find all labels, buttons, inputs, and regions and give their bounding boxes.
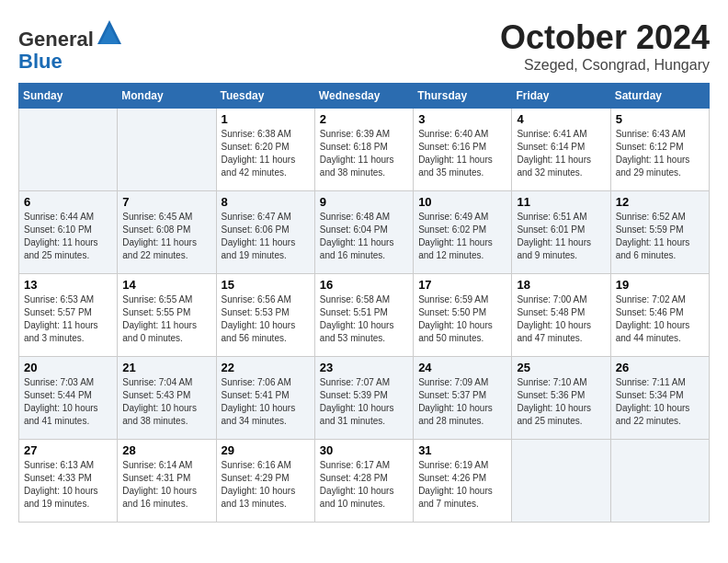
day-info: Sunrise: 6:43 AM Sunset: 6:12 PM Dayligh… bbox=[616, 128, 704, 179]
table-row: 12Sunrise: 6:52 AM Sunset: 5:59 PM Dayli… bbox=[610, 191, 709, 274]
logo-general: General bbox=[18, 28, 94, 51]
day-info: Sunrise: 6:16 AM Sunset: 4:29 PM Dayligh… bbox=[222, 459, 310, 511]
table-row: 21Sunrise: 7:04 AM Sunset: 5:43 PM Dayli… bbox=[118, 357, 216, 440]
col-saturday: Saturday bbox=[610, 84, 709, 109]
table-row: 7Sunrise: 6:45 AM Sunset: 6:08 PM Daylig… bbox=[118, 191, 216, 274]
day-number: 1 bbox=[222, 112, 310, 126]
day-number: 31 bbox=[418, 443, 506, 457]
col-wednesday: Wednesday bbox=[314, 84, 413, 109]
table-row bbox=[610, 440, 709, 523]
table-row: 9Sunrise: 6:48 AM Sunset: 6:04 PM Daylig… bbox=[314, 191, 413, 274]
table-row: 22Sunrise: 7:06 AM Sunset: 5:41 PM Dayli… bbox=[216, 357, 314, 440]
day-number: 24 bbox=[418, 361, 506, 374]
table-row bbox=[118, 109, 216, 191]
day-info: Sunrise: 6:56 AM Sunset: 5:53 PM Dayligh… bbox=[222, 293, 310, 345]
calendar-table: Sunday Monday Tuesday Wednesday Thursday… bbox=[18, 83, 710, 523]
page-header: General Blue October 2024 Szeged, Csongr… bbox=[18, 18, 710, 74]
day-number: 10 bbox=[418, 195, 506, 209]
table-row: 25Sunrise: 7:10 AM Sunset: 5:36 PM Dayli… bbox=[512, 357, 610, 440]
table-row bbox=[512, 440, 610, 523]
table-row: 1Sunrise: 6:38 AM Sunset: 6:20 PM Daylig… bbox=[216, 109, 314, 191]
calendar-header-row: Sunday Monday Tuesday Wednesday Thursday… bbox=[19, 84, 710, 109]
col-thursday: Thursday bbox=[414, 84, 512, 109]
day-info: Sunrise: 7:02 AM Sunset: 5:46 PM Dayligh… bbox=[616, 293, 704, 345]
day-number: 16 bbox=[320, 278, 408, 292]
day-number: 15 bbox=[222, 278, 310, 292]
day-info: Sunrise: 6:47 AM Sunset: 6:06 PM Dayligh… bbox=[222, 211, 310, 262]
table-row: 13Sunrise: 6:53 AM Sunset: 5:57 PM Dayli… bbox=[19, 274, 118, 357]
table-row: 20Sunrise: 7:03 AM Sunset: 5:44 PM Dayli… bbox=[19, 357, 118, 440]
table-row: 10Sunrise: 6:49 AM Sunset: 6:02 PM Dayli… bbox=[414, 191, 512, 274]
table-row: 17Sunrise: 6:59 AM Sunset: 5:50 PM Dayli… bbox=[414, 274, 512, 357]
day-info: Sunrise: 6:59 AM Sunset: 5:50 PM Dayligh… bbox=[418, 293, 506, 345]
table-row: 29Sunrise: 6:16 AM Sunset: 4:29 PM Dayli… bbox=[216, 440, 314, 523]
day-info: Sunrise: 7:03 AM Sunset: 5:44 PM Dayligh… bbox=[24, 376, 112, 428]
table-row: 23Sunrise: 7:07 AM Sunset: 5:39 PM Dayli… bbox=[314, 357, 413, 440]
day-info: Sunrise: 7:00 AM Sunset: 5:48 PM Dayligh… bbox=[517, 293, 605, 345]
day-info: Sunrise: 6:55 AM Sunset: 5:55 PM Dayligh… bbox=[122, 293, 210, 345]
day-number: 30 bbox=[320, 443, 408, 457]
location-title: Szeged, Csongrad, Hungary bbox=[500, 57, 710, 74]
day-number: 26 bbox=[616, 361, 704, 374]
table-row: 16Sunrise: 6:58 AM Sunset: 5:51 PM Dayli… bbox=[314, 274, 413, 357]
day-info: Sunrise: 7:11 AM Sunset: 5:34 PM Dayligh… bbox=[616, 376, 704, 428]
day-number: 17 bbox=[418, 278, 506, 292]
table-row: 6Sunrise: 6:44 AM Sunset: 6:10 PM Daylig… bbox=[19, 191, 118, 274]
table-row: 8Sunrise: 6:47 AM Sunset: 6:06 PM Daylig… bbox=[216, 191, 314, 274]
table-row: 31Sunrise: 6:19 AM Sunset: 4:26 PM Dayli… bbox=[414, 440, 512, 523]
day-info: Sunrise: 6:40 AM Sunset: 6:16 PM Dayligh… bbox=[418, 128, 506, 179]
day-number: 28 bbox=[122, 443, 210, 457]
day-info: Sunrise: 7:07 AM Sunset: 5:39 PM Dayligh… bbox=[320, 376, 408, 428]
table-row: 30Sunrise: 6:17 AM Sunset: 4:28 PM Dayli… bbox=[314, 440, 413, 523]
table-row: 14Sunrise: 6:55 AM Sunset: 5:55 PM Dayli… bbox=[118, 274, 216, 357]
day-info: Sunrise: 7:09 AM Sunset: 5:37 PM Dayligh… bbox=[418, 376, 506, 428]
day-number: 22 bbox=[222, 361, 310, 374]
calendar-week-row: 27Sunrise: 6:13 AM Sunset: 4:33 PM Dayli… bbox=[19, 440, 710, 523]
day-info: Sunrise: 6:48 AM Sunset: 6:04 PM Dayligh… bbox=[320, 211, 408, 262]
day-info: Sunrise: 7:06 AM Sunset: 5:41 PM Dayligh… bbox=[222, 376, 310, 428]
table-row: 18Sunrise: 7:00 AM Sunset: 5:48 PM Dayli… bbox=[512, 274, 610, 357]
table-row: 2Sunrise: 6:39 AM Sunset: 6:18 PM Daylig… bbox=[314, 109, 413, 191]
day-number: 20 bbox=[24, 361, 112, 374]
day-number: 4 bbox=[517, 112, 605, 126]
table-row: 4Sunrise: 6:41 AM Sunset: 6:14 PM Daylig… bbox=[512, 109, 610, 191]
day-number: 21 bbox=[122, 361, 210, 374]
day-info: Sunrise: 6:17 AM Sunset: 4:28 PM Dayligh… bbox=[320, 459, 408, 511]
day-number: 13 bbox=[24, 278, 112, 292]
day-number: 8 bbox=[222, 195, 310, 209]
col-sunday: Sunday bbox=[19, 84, 118, 109]
day-info: Sunrise: 6:13 AM Sunset: 4:33 PM Dayligh… bbox=[24, 459, 112, 511]
table-row: 15Sunrise: 6:56 AM Sunset: 5:53 PM Dayli… bbox=[216, 274, 314, 357]
day-number: 5 bbox=[616, 112, 704, 126]
day-number: 11 bbox=[517, 195, 605, 209]
day-number: 2 bbox=[320, 112, 408, 126]
table-row: 27Sunrise: 6:13 AM Sunset: 4:33 PM Dayli… bbox=[19, 440, 118, 523]
table-row: 11Sunrise: 6:51 AM Sunset: 6:01 PM Dayli… bbox=[512, 191, 610, 274]
day-number: 29 bbox=[222, 443, 310, 457]
day-number: 9 bbox=[320, 195, 408, 209]
day-number: 7 bbox=[122, 195, 210, 209]
logo-blue: Blue bbox=[18, 50, 63, 73]
day-info: Sunrise: 6:53 AM Sunset: 5:57 PM Dayligh… bbox=[24, 293, 112, 345]
day-info: Sunrise: 6:51 AM Sunset: 6:01 PM Dayligh… bbox=[517, 211, 605, 262]
table-row: 24Sunrise: 7:09 AM Sunset: 5:37 PM Dayli… bbox=[414, 357, 512, 440]
day-number: 6 bbox=[24, 195, 112, 209]
table-row: 5Sunrise: 6:43 AM Sunset: 6:12 PM Daylig… bbox=[610, 109, 709, 191]
col-monday: Monday bbox=[118, 84, 216, 109]
day-number: 12 bbox=[616, 195, 704, 209]
day-number: 3 bbox=[418, 112, 506, 126]
day-number: 23 bbox=[320, 361, 408, 374]
day-info: Sunrise: 6:39 AM Sunset: 6:18 PM Dayligh… bbox=[320, 128, 408, 179]
title-block: October 2024 Szeged, Csongrad, Hungary bbox=[500, 18, 710, 74]
table-row bbox=[19, 109, 118, 191]
table-row: 26Sunrise: 7:11 AM Sunset: 5:34 PM Dayli… bbox=[610, 357, 709, 440]
calendar-week-row: 6Sunrise: 6:44 AM Sunset: 6:10 PM Daylig… bbox=[19, 191, 710, 274]
calendar-week-row: 1Sunrise: 6:38 AM Sunset: 6:20 PM Daylig… bbox=[19, 109, 710, 191]
day-number: 14 bbox=[122, 278, 210, 292]
day-info: Sunrise: 6:38 AM Sunset: 6:20 PM Dayligh… bbox=[222, 128, 310, 179]
calendar-week-row: 13Sunrise: 6:53 AM Sunset: 5:57 PM Dayli… bbox=[19, 274, 710, 357]
day-number: 27 bbox=[24, 443, 112, 457]
day-info: Sunrise: 6:41 AM Sunset: 6:14 PM Dayligh… bbox=[517, 128, 605, 179]
day-info: Sunrise: 7:10 AM Sunset: 5:36 PM Dayligh… bbox=[517, 376, 605, 428]
calendar-week-row: 20Sunrise: 7:03 AM Sunset: 5:44 PM Dayli… bbox=[19, 357, 710, 440]
